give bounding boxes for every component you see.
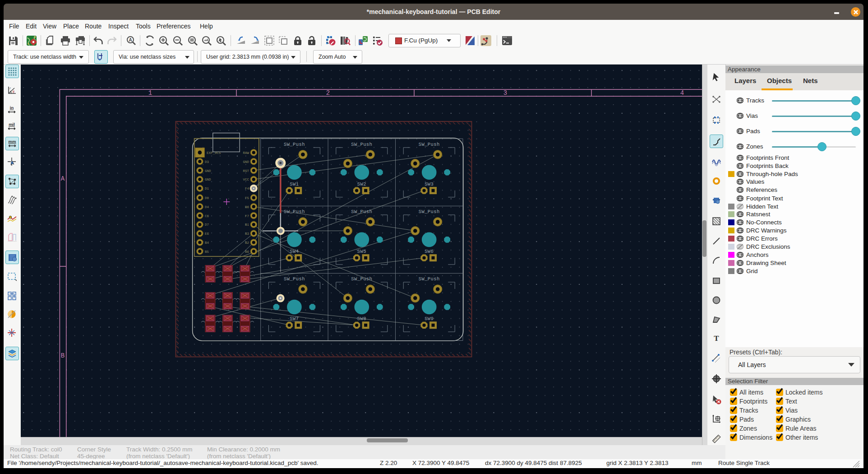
svg-text:SW_Push: SW_Push (351, 276, 372, 282)
svg-text:SW1: SW1 (290, 181, 299, 187)
svg-text:SW_Push: SW_Push (419, 142, 440, 147)
svg-text:4: 4 (680, 89, 684, 97)
svg-text:F7: F7 (245, 214, 249, 218)
svg-text:EXP_0C5: EXP_0C5 (207, 151, 221, 155)
svg-text:SW3: SW3 (425, 181, 434, 187)
svg-text:in: in (10, 105, 14, 110)
svg-text:SW5: SW5 (357, 249, 366, 254)
svg-text:B6: B6 (245, 250, 249, 254)
svg-text:T: T (714, 334, 719, 343)
svg-text:B2: B2 (245, 241, 249, 245)
svg-text:SW4: SW4 (290, 249, 299, 254)
svg-text:D4: D4 (205, 205, 209, 209)
svg-text:SW_Push: SW_Push (351, 142, 372, 147)
svg-text:B5: B5 (205, 250, 209, 254)
svg-text:θ: θ (13, 90, 14, 94)
svg-text:D1: D1 (205, 187, 209, 191)
svg-text:r: r (9, 86, 11, 90)
svg-text:SW_Push: SW_Push (284, 142, 305, 147)
svg-text:RST: RST (243, 169, 249, 173)
svg-text:mm: mm (9, 139, 16, 144)
svg-text:SW_Push: SW_Push (419, 276, 440, 282)
svg-text:B4: B4 (205, 241, 209, 245)
svg-text:A: A (129, 37, 132, 42)
svg-text:B6: B6 (245, 205, 249, 209)
svg-text:SW2: SW2 (357, 181, 366, 187)
svg-text:D3: D3 (205, 160, 209, 164)
svg-text:SW9: SW9 (425, 316, 434, 321)
svg-text:GND: GND (205, 178, 211, 181)
svg-text:RAW: RAW (243, 151, 249, 155)
svg-text:D0: D0 (205, 196, 209, 200)
svg-text:A: A (61, 175, 65, 182)
svg-text:mil: mil (9, 122, 15, 127)
svg-text:F4: F4 (245, 187, 249, 191)
svg-text:2: 2 (326, 89, 330, 97)
svg-text:E6: E6 (205, 232, 209, 236)
svg-text:GND: GND (205, 169, 211, 173)
svg-text:B: B (61, 352, 65, 359)
svg-text:SW8: SW8 (357, 316, 366, 321)
svg-text:SW_Push: SW_Push (284, 276, 305, 282)
svg-text:B1: B1 (245, 223, 249, 227)
svg-text:SW_Push: SW_Push (419, 209, 440, 214)
svg-text:C6: C6 (205, 214, 209, 218)
svg-text:SW7: SW7 (290, 316, 299, 321)
svg-text:GND: GND (243, 160, 249, 164)
svg-text:B3: B3 (245, 232, 249, 236)
svg-text:SW6: SW6 (425, 249, 434, 254)
svg-text:3: 3 (503, 89, 507, 97)
svg-text:F5: F5 (245, 196, 249, 200)
svg-text:VCC: VCC (243, 178, 249, 181)
svg-text:SW_Push: SW_Push (351, 209, 372, 214)
svg-text:1: 1 (148, 89, 152, 97)
svg-text:D7: D7 (205, 223, 209, 227)
svg-text:SW_Push: SW_Push (284, 209, 305, 214)
